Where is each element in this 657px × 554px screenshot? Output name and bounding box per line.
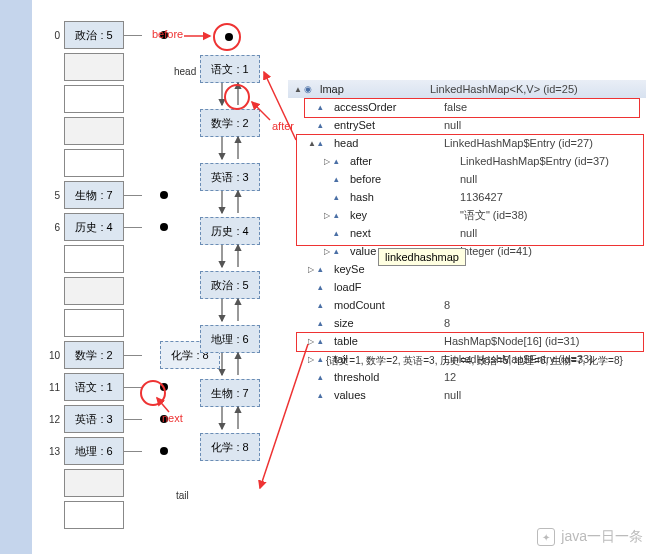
highlight-accessorder: [304, 98, 640, 118]
bucket-empty: [64, 277, 124, 305]
wechat-icon: ✦: [537, 528, 555, 546]
bucket[interactable]: 地理 : 6: [64, 437, 124, 465]
watermark: ✦ java一日一条: [537, 528, 643, 546]
list-node[interactable]: 地理 : 6: [200, 325, 260, 353]
highlight-tail: [296, 332, 644, 352]
debug-row[interactable]: ▴threshold12: [288, 368, 646, 386]
bucket-empty: [64, 501, 124, 529]
before-circle: [213, 23, 241, 51]
map-tostring: {语文=1, 数学=2, 英语=3, 历史=4, 政治=5, 地理=6, 生物=…: [326, 354, 623, 368]
list-node[interactable]: 生物 : 7: [200, 379, 260, 407]
bucket[interactable]: 历史 : 4: [64, 213, 124, 241]
list-node[interactable]: 历史 : 4: [200, 217, 260, 245]
node-dot: [160, 223, 168, 231]
next-label: next: [162, 412, 183, 424]
bucket[interactable]: 政治 : 5: [64, 21, 124, 49]
node-dot: [160, 447, 168, 455]
list-node[interactable]: 政治 : 5: [200, 271, 260, 299]
bucket[interactable]: 生物 : 7: [64, 181, 124, 209]
hash-table: 0政治 : 5 5生物 : 7 6历史 : 4 10数学 : 2化学 : 8 1…: [42, 20, 220, 532]
debug-row[interactable]: ▴entrySetnull: [288, 116, 646, 134]
debug-row[interactable]: ▴size8: [288, 314, 646, 332]
bucket-index: 0: [42, 30, 60, 41]
debug-root[interactable]: ▲◉lmapLinkedHashMap<K,V> (id=25): [288, 80, 646, 98]
bucket[interactable]: 语文 : 1: [64, 373, 124, 401]
debug-row[interactable]: ▷▴keySe: [288, 260, 646, 278]
list-node[interactable]: 语文 : 1: [200, 55, 260, 83]
list-node[interactable]: 化学 : 8: [200, 433, 260, 461]
bucket-empty: [64, 117, 124, 145]
watermark-text: java一日一条: [561, 528, 643, 546]
bucket-empty: [64, 469, 124, 497]
bucket-empty: [64, 309, 124, 337]
head-label: head: [174, 66, 196, 77]
bucket-empty: [64, 149, 124, 177]
before-label: before: [152, 28, 183, 40]
bucket[interactable]: 英语 : 3: [64, 405, 124, 433]
linked-list: 语文 : 1 数学 : 2 英语 : 3 历史 : 4 政治 : 5 地理 : …: [200, 55, 260, 487]
debug-row[interactable]: ▴valuesnull: [288, 386, 646, 404]
node-dot: [160, 191, 168, 199]
tail-label: tail: [176, 490, 189, 501]
list-node[interactable]: 数学 : 2: [200, 109, 260, 137]
highlight-head: [296, 134, 644, 246]
bucket-empty: [64, 245, 124, 273]
list-node[interactable]: 英语 : 3: [200, 163, 260, 191]
next-circle: [140, 380, 166, 406]
tooltip: linkedhashmap: [378, 248, 466, 266]
debug-row[interactable]: ▴loadF: [288, 278, 646, 296]
bucket-empty: [64, 85, 124, 113]
debug-row[interactable]: ▴modCount8: [288, 296, 646, 314]
bucket-empty: [64, 53, 124, 81]
after-circle: [224, 84, 250, 110]
blue-sidebar: [0, 0, 32, 554]
bucket[interactable]: 数学 : 2: [64, 341, 124, 369]
